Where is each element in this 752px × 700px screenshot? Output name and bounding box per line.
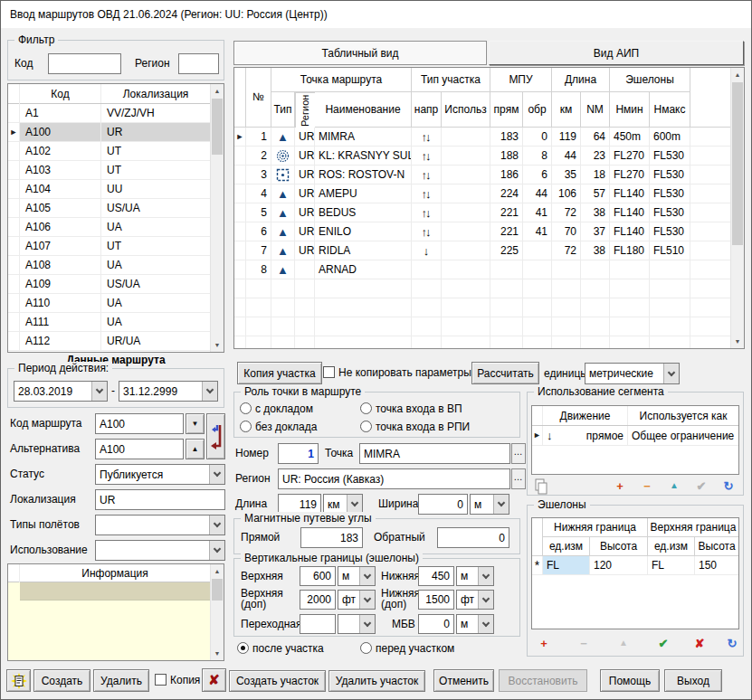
point-input[interactable]: MIMRA (359, 443, 510, 464)
exit-button[interactable]: Выход (664, 669, 722, 692)
confirm-level-icon[interactable]: ✔ (656, 636, 671, 650)
localization-input[interactable]: UR (95, 489, 225, 510)
upper-input[interactable]: 600 (300, 566, 336, 586)
table-row[interactable]: ► 1 ▲ UR MIMRA ↑↓ 183 0 119 64 450m 600m (234, 128, 730, 147)
info-selected-row[interactable] (20, 582, 210, 601)
lower-input[interactable]: 450 (418, 566, 454, 586)
flight-types-select[interactable] (95, 515, 225, 535)
levels-row[interactable]: * FL 120 FL 150 (532, 556, 738, 575)
tab-table-view[interactable]: Табличный вид (233, 41, 487, 65)
scroll-thumb[interactable] (212, 99, 223, 155)
table-row[interactable]: 5 ▲ UR BEDUS ↑↓ 221 41 72 38 FL140 FL530 (234, 203, 730, 222)
delete-button[interactable]: Удалить (93, 669, 149, 692)
refresh-levels-icon[interactable]: ↻ (725, 636, 739, 650)
list-item[interactable]: A102UT (8, 142, 224, 161)
status-select[interactable]: Публикуется (95, 464, 225, 485)
mbv-unit-select[interactable]: м (456, 614, 494, 634)
add-level-icon[interactable]: + (537, 636, 551, 650)
list-item[interactable]: A110UA (8, 294, 224, 313)
period-from-select[interactable]: 28.03.2019 (14, 381, 108, 402)
alternative-input[interactable]: A100 (95, 439, 184, 459)
period-to-select[interactable]: 31.12.2999 (119, 381, 218, 402)
upper2-unit-select[interactable]: фт (338, 590, 376, 610)
confirm-icon[interactable]: ✔ (694, 478, 709, 493)
radio-with-report[interactable] (240, 402, 252, 414)
table-row[interactable]: 3 UR ROS: ROSTOV-N ↑↓ 186 6 35 18 FL270 … (234, 166, 730, 184)
edit-row-icon[interactable]: ▲ (667, 478, 681, 493)
filter-code-input[interactable] (48, 53, 121, 74)
number-input[interactable]: 1 (278, 443, 319, 464)
route-code-input[interactable]: A100 (95, 413, 184, 434)
list-item[interactable]: A106UA (8, 218, 224, 237)
routes-list-scrollbar[interactable]: ▲ ▼ (210, 84, 224, 352)
delete-level-icon[interactable]: − (576, 636, 591, 650)
swap-route-alt-button[interactable] (206, 413, 225, 459)
calculate-button[interactable]: Рассчитать (471, 362, 539, 384)
scroll-thumb[interactable] (732, 82, 743, 245)
segment-usage-row[interactable]: ► ↓ прямое Общее ограничение (532, 426, 738, 446)
list-item[interactable]: A104UU (8, 180, 224, 199)
scroll-up-icon[interactable]: ▲ (211, 564, 224, 578)
usage-select[interactable] (95, 540, 225, 561)
edit-level-icon[interactable]: ▲ (616, 636, 631, 650)
list-item[interactable]: A108UA (8, 256, 224, 275)
table-row[interactable]: 8 ▲ ARNAD (234, 260, 730, 279)
transition-unit-select[interactable] (338, 614, 376, 634)
copy-rows-button[interactable] (534, 478, 548, 495)
tab-aip-view[interactable]: Вид АИП (489, 41, 744, 65)
cancel-level-icon[interactable]: ✘ (692, 636, 707, 650)
scroll-down-icon[interactable]: ▼ (211, 647, 224, 660)
region-picker-button[interactable]: … (511, 468, 526, 489)
radio-before-segment[interactable] (360, 642, 372, 654)
lower-unit-select[interactable]: м (456, 566, 494, 586)
restore-button[interactable]: Восстановить (499, 669, 587, 692)
alternative-up-button[interactable]: ▲ (186, 439, 205, 459)
list-item[interactable]: A105US/UA (8, 199, 224, 218)
cancel-edit-button[interactable]: ✘ (202, 668, 226, 692)
list-item[interactable]: A103UT (8, 161, 224, 180)
scroll-down-icon[interactable]: ▼ (211, 338, 224, 352)
no-copy-params-checkbox[interactable] (323, 366, 335, 378)
radio-without-report[interactable] (240, 421, 252, 432)
list-item-selected[interactable]: ►A100UR (8, 123, 224, 142)
table-row[interactable]: 7 ▲ UR RIDLA ↓ 225 72 38 FL180 FL510 (234, 241, 730, 260)
lower2-input[interactable]: 1500 (418, 590, 454, 610)
copy-segment-button[interactable]: Копия участка (237, 362, 322, 384)
scroll-thumb[interactable] (212, 579, 223, 601)
route-grid-scrollbar[interactable]: ▲ ▼ (730, 68, 744, 348)
transition-input[interactable] (300, 614, 336, 634)
scroll-down-icon[interactable]: ▼ (731, 335, 744, 348)
mbv-input[interactable]: 0 (418, 614, 454, 634)
upper2-input[interactable]: 2000 (300, 590, 336, 610)
scroll-up-icon[interactable]: ▲ (211, 84, 224, 98)
table-row[interactable]: 2 UR KL: KRASNYY SUL ↑↓ 188 8 44 23 FL27… (234, 147, 730, 166)
upper-unit-select[interactable]: м (338, 566, 376, 586)
list-item[interactable]: A1VV/ZJ/VH (8, 104, 224, 123)
reverse-angle-input[interactable]: 0 (437, 527, 509, 548)
table-row[interactable]: 6 ▲ UR ENILO ↑↓ 221 41 70 37 FL140 FL530 (234, 222, 730, 241)
list-item[interactable]: A112UR/UA (8, 332, 224, 351)
list-item[interactable]: A109US/UA (8, 275, 224, 294)
table-row[interactable]: 4 ▲ UR AMEPU ↑↓ 224 44 106 57 FL140 FL53… (234, 184, 730, 203)
generate-report-button[interactable] (6, 669, 31, 692)
filter-region-input[interactable] (178, 53, 219, 74)
copy-checkbox[interactable] (155, 674, 167, 686)
create-button[interactable]: Создать (33, 669, 90, 692)
scroll-up-icon[interactable]: ▲ (731, 68, 744, 81)
info-scrollbar[interactable]: ▲ ▼ (210, 564, 224, 660)
create-segment-button[interactable]: Создать участок (229, 670, 326, 692)
width-unit-select[interactable]: м (470, 494, 509, 515)
point-picker-button[interactable]: … (511, 443, 526, 464)
radio-entry-vp[interactable] (360, 402, 372, 414)
list-item[interactable]: A111UA (8, 313, 224, 332)
add-row-icon[interactable]: + (613, 478, 627, 493)
cancel-button[interactable]: Отменить (433, 669, 494, 692)
list-item[interactable]: A107UT (8, 237, 224, 256)
radio-after-segment[interactable] (237, 642, 249, 654)
point-region-input[interactable]: UR: Россия (Кавказ) (278, 468, 510, 489)
route-code-dropdown-button[interactable]: ▼ (186, 413, 205, 434)
refresh-icon[interactable]: ↻ (721, 478, 736, 493)
width-input[interactable]: 0 (418, 494, 468, 515)
units-select[interactable]: метрические (585, 363, 680, 384)
radio-entry-rpi[interactable] (360, 421, 372, 432)
